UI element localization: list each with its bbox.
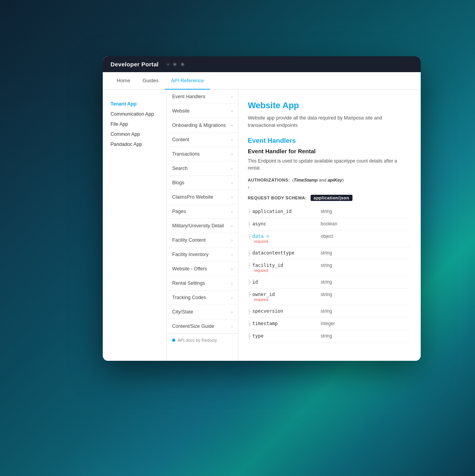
chevron-icon: › [231,94,233,99]
field-name-text: timestamp [252,321,278,326]
nav-item-website-offers[interactable]: Website - Offers › [167,262,238,276]
nav-item-search[interactable]: Search › [167,161,238,176]
chevron-icon: › [231,209,233,214]
chevron-icon: › [231,281,233,286]
field-connector-icon: ├ [248,279,251,285]
redocly-logo-dot [172,339,175,342]
header-icons: ⑂ ✳ ✳ [166,61,185,68]
field-type-cell: integer [321,317,410,330]
nav-item-event-handlers[interactable]: Event Handlers › [167,90,238,104]
field-name-text: type [252,333,264,339]
field-name-cell: ├type [248,333,318,339]
field-required-label: required [248,298,318,302]
field-name-text: facility_id [252,263,283,268]
authorizations-row: AUTHORIZATIONS: (TimeStamp and apiKey) [248,178,410,182]
nav-item-content-size-guide[interactable]: Content/Size Guide › [167,319,238,334]
schema-table: ├application_idstring├asyncboolean├data … [248,206,410,343]
sidebar-item-communication[interactable]: Communication App [109,109,160,119]
field-name-cell: ├specversion [248,308,318,314]
main-content: Tenant App Communication App File App Co… [103,90,421,361]
table-row: ├asyncboolean [248,218,410,230]
chevron-icon: › [231,324,233,329]
chevron-icon: › [231,223,233,228]
app-title: Website App [248,100,410,111]
nav-item-rental-settings[interactable]: Rental Settings › [167,276,238,291]
nav-item-onboarding[interactable]: Onboarding & Migrations › [167,118,238,133]
field-connector-icon: ├ [248,333,251,339]
tab-api-reference[interactable]: API Reference [165,72,210,90]
sidebar-item-file[interactable]: File App [109,119,160,129]
field-type-cell: string [321,259,410,276]
field-type-cell: string [321,247,410,259]
browser-window: Developer Portal ⑂ ✳ ✳ Home Guides API R… [103,56,421,361]
field-type-cell: string [321,288,410,305]
nav-item-pages[interactable]: Pages › [167,204,238,219]
field-name-text: id [252,279,258,285]
middle-nav: Event Handlers › Website › Onboarding & … [167,90,238,361]
table-row: ├owner_idrequiredstring [248,288,410,305]
chevron-icon: › [231,166,233,171]
table-row: ├datacontenttypestring [248,247,410,259]
chevron-icon: › [231,109,233,113]
nav-tabs: Home Guides API Reference [103,72,421,90]
chevron-icon: › [231,137,233,142]
nav-item-blogs[interactable]: Blogs › [167,176,238,190]
field-type-cell: string [321,305,410,317]
chevron-icon: › [231,252,233,257]
field-connector-icon: ├ [248,321,251,327]
field-name-text: specversion [252,308,283,314]
field-connector-icon: ├ [248,221,251,227]
table-row: ├application_idstring [248,206,410,218]
field-name-cell: ├timestamp [248,321,318,327]
chevron-icon: › [231,123,233,128]
authorizations-value: (TimeStamp and apiKey) [292,178,344,182]
nav-item-facility-inventory[interactable]: Facility Inventory › [167,248,238,262]
sidebar-item-common[interactable]: Common App [109,129,160,139]
field-name-cell: ├id [248,279,318,285]
field-name-text: application_id [252,209,292,214]
nav-item-website[interactable]: Website › [167,104,238,118]
fork-icon[interactable]: ⑂ [166,61,169,68]
field-name-text: datacontenttype [252,250,294,256]
right-panel: Website App Website app provide all the … [238,90,421,361]
field-required-label: required [248,239,318,244]
nav-item-city-state[interactable]: City/State › [167,305,238,319]
star-icon[interactable]: ✳ [173,61,177,68]
field-name-cell: ├facility_id [248,263,318,268]
nav-item-transactions[interactable]: Transactions › [167,147,238,161]
field-connector-icon: ├ [248,263,251,268]
sidebar-item-tenant[interactable]: Tenant App [109,99,160,109]
field-type-cell: object [321,230,410,247]
field-name-cell: ├datacontenttype [248,250,318,256]
chevron-icon: › [231,152,233,156]
nav-item-tracking-codes[interactable]: Tracking Codes › [167,291,238,305]
field-connector-icon: ├ [248,308,251,314]
nav-item-claimspro[interactable]: ClaimsPro Website › [167,190,238,204]
field-type-cell: string [321,330,410,342]
field-expand-name[interactable]: data > [252,234,269,239]
field-name-text: owner_id [252,292,275,297]
sidebar-item-pandadoc[interactable]: Pandadoc App [109,139,160,149]
left-sidebar: Tenant App Communication App File App Co… [103,90,167,361]
field-type-cell: boolean [321,218,410,230]
nav-item-content[interactable]: Content › [167,133,238,147]
chevron-icon: › [231,238,233,242]
settings-icon[interactable]: ✳ [180,61,185,68]
subsection-title: Event Handler for Rental [248,148,410,154]
field-type-cell: string [321,206,410,218]
nav-item-facility-content[interactable]: Facility Content › [167,233,238,248]
field-connector-icon: ├ [248,292,251,298]
tab-home[interactable]: Home [111,72,136,90]
table-row: ├facility_idrequiredstring [248,259,410,276]
app-description: Website app provide all the data require… [248,114,410,129]
field-connector-icon: ├ [248,234,251,239]
nav-item-military-university[interactable]: Military/University Detail › [167,219,238,233]
header-bar: Developer Portal ⑂ ✳ ✳ [103,56,421,72]
field-connector-icon: ├ [248,250,251,256]
redocly-footer: API docs by Redocly [167,334,238,346]
chevron-icon: › [231,267,233,271]
tab-guides[interactable]: Guides [136,72,165,90]
authorizations-label: AUTHORIZATIONS: [248,178,290,182]
expand-arrow[interactable]: › [248,185,410,190]
subsection-desc: This Endpoint is used to update availabl… [248,158,410,171]
